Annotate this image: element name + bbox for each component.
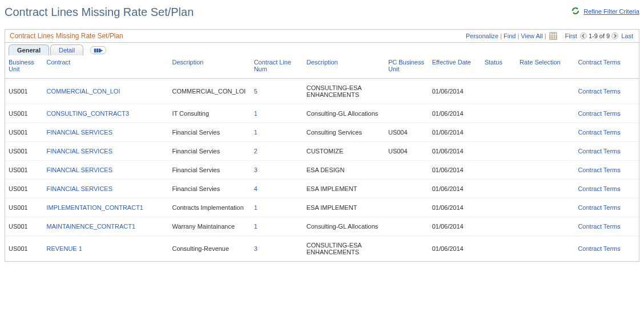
table-row: US001FINANCIAL SERVICESFinancial Servies… [5, 161, 639, 180]
cell-status [481, 142, 516, 161]
table-row: US001FINANCIAL SERVICESFinancial Servies… [5, 142, 639, 161]
last-link[interactable]: Last [621, 32, 633, 39]
cell-contract-terms-link[interactable]: Contract Terms [574, 161, 639, 180]
cell-contract-link[interactable]: REVENUE 1 [43, 236, 168, 262]
cell-description-2: CUSTOMIZE [303, 142, 385, 161]
show-all-columns-icon[interactable]: ▮▮▮▸ [90, 46, 106, 54]
table-row: US001CONSULTING_CONTRACT3IT Consulting1C… [5, 104, 639, 123]
cell-contract-terms-link[interactable]: Contract Terms [574, 236, 639, 262]
cell-pc-business-unit [385, 217, 429, 236]
col-effective-date[interactable]: Effective Date [429, 55, 481, 79]
svg-point-6 [580, 33, 586, 39]
row-range: 1-9 of 9 [589, 32, 610, 39]
col-status[interactable]: Status [481, 55, 516, 79]
cell-status [481, 161, 516, 180]
cell-status [481, 104, 516, 123]
table-row: US001FINANCIAL SERVICESFinancial Servies… [5, 180, 639, 198]
cell-contract-link[interactable]: FINANCIAL SERVICES [43, 142, 168, 161]
cell-description-1: IT Consulting [168, 104, 250, 123]
next-icon[interactable] [611, 32, 619, 40]
cell-business-unit: US001 [5, 142, 43, 161]
cell-business-unit: US001 [5, 104, 43, 123]
cell-description-2: CONSULTING-ESA ENHANCEMENTS [303, 236, 385, 262]
col-contract[interactable]: Contract [43, 55, 168, 79]
svg-point-7 [612, 33, 618, 39]
cell-pc-business-unit [385, 79, 429, 104]
grid-title: Contract Lines Missing Rate Set/Plan [10, 32, 123, 40]
cell-contract-terms-link[interactable]: Contract Terms [574, 142, 639, 161]
first-link[interactable]: First [565, 32, 577, 39]
cell-line-num-link[interactable]: 1 [251, 104, 303, 123]
col-business-unit[interactable]: Business Unit [5, 55, 43, 79]
cell-description-1: Financial Servies [168, 142, 250, 161]
cell-line-num-link[interactable]: 1 [251, 217, 303, 236]
cell-contract-terms-link[interactable]: Contract Terms [574, 79, 639, 104]
col-rate-selection[interactable]: Rate Selection [516, 55, 574, 79]
cell-contract-terms-link[interactable]: Contract Terms [574, 180, 639, 198]
cell-description-1: Financial Servies [168, 180, 250, 198]
grid-nav: First 1-9 of 9 Last [564, 32, 635, 40]
col-contract-line-num[interactable]: Contract Line Num [251, 55, 303, 79]
cell-contract-link[interactable]: FINANCIAL SERVICES [43, 161, 168, 180]
refine-filter-link[interactable]: Refine Filter Criteria [583, 8, 639, 15]
col-contract-terms[interactable]: Contract Terms [574, 55, 639, 79]
cell-business-unit: US001 [5, 180, 43, 198]
find-link[interactable]: Find [504, 32, 516, 39]
cell-contract-terms-link[interactable]: Contract Terms [574, 104, 639, 123]
cell-status [481, 198, 516, 217]
cell-rate-selection [516, 123, 574, 142]
col-pc-business-unit[interactable]: PC Business Unit [385, 55, 429, 79]
cell-pc-business-unit [385, 198, 429, 217]
cell-status [481, 123, 516, 142]
cell-business-unit: US001 [5, 123, 43, 142]
cell-effective-date: 01/06/2014 [429, 142, 481, 161]
refresh-icon[interactable] [571, 6, 580, 17]
view-all-link[interactable]: View All [521, 32, 542, 39]
cell-pc-business-unit: US004 [385, 123, 429, 142]
cell-rate-selection [516, 180, 574, 198]
cell-business-unit: US001 [5, 217, 43, 236]
separator: | [500, 32, 502, 39]
cell-description-2: Consulting-GL Allocations [303, 104, 385, 123]
cell-contract-link[interactable]: IMPLEMENTATION_CONTRACT1 [43, 198, 168, 217]
cell-line-num-link[interactable]: 1 [251, 198, 303, 217]
cell-pc-business-unit: US004 [385, 142, 429, 161]
cell-contract-terms-link[interactable]: Contract Terms [574, 123, 639, 142]
cell-description-1: COMMERCIAL_CON_LOI [168, 79, 250, 104]
cell-contract-link[interactable]: FINANCIAL SERVICES [43, 123, 168, 142]
cell-contract-link[interactable]: MAINTAINENCE_CONTRACT1 [43, 217, 168, 236]
tab-general[interactable]: General [9, 44, 49, 55]
personalize-link[interactable]: Personalize [466, 32, 498, 39]
cell-line-num-link[interactable]: 3 [251, 236, 303, 262]
table-row: US001MAINTAINENCE_CONTRACT1Warrany Maint… [5, 217, 639, 236]
cell-contract-terms-link[interactable]: Contract Terms [574, 217, 639, 236]
cell-description-1: Contracts Implementation [168, 198, 250, 217]
cell-line-num-link[interactable]: 3 [251, 161, 303, 180]
cell-description-1: Warrany Maintainance [168, 217, 250, 236]
cell-line-num-link[interactable]: 5 [251, 79, 303, 104]
cell-effective-date: 01/06/2014 [429, 161, 481, 180]
grid-header-bar: Contract Lines Missing Rate Set/Plan Per… [5, 30, 639, 43]
cell-business-unit: US001 [5, 236, 43, 262]
cell-pc-business-unit [385, 180, 429, 198]
cell-line-num-link[interactable]: 4 [251, 180, 303, 198]
col-description-1[interactable]: Description [168, 55, 250, 79]
cell-pc-business-unit [385, 236, 429, 262]
cell-contract-terms-link[interactable]: Contract Terms [574, 198, 639, 217]
results-grid: Contract Lines Missing Rate Set/Plan Per… [5, 29, 639, 262]
tab-detail[interactable]: Detail [50, 44, 83, 55]
download-icon[interactable] [549, 32, 557, 40]
prev-icon[interactable] [579, 32, 587, 40]
cell-rate-selection [516, 161, 574, 180]
cell-line-num-link[interactable]: 2 [251, 142, 303, 161]
cell-contract-link[interactable]: CONSULTING_CONTRACT3 [43, 104, 168, 123]
col-description-2[interactable]: Description [303, 55, 385, 79]
cell-description-1: Consulting-Revenue [168, 236, 250, 262]
cell-rate-selection [516, 217, 574, 236]
cell-rate-selection [516, 236, 574, 262]
table-row: US001FINANCIAL SERVICESFinancial Servies… [5, 123, 639, 142]
cell-line-num-link[interactable]: 1 [251, 123, 303, 142]
cell-contract-link[interactable]: COMMERCIAL_CON_LOI [43, 79, 168, 104]
page-title: Contract Lines Missing Rate Set/Plan [5, 6, 194, 19]
cell-contract-link[interactable]: FINANCIAL SERVICES [43, 180, 168, 198]
